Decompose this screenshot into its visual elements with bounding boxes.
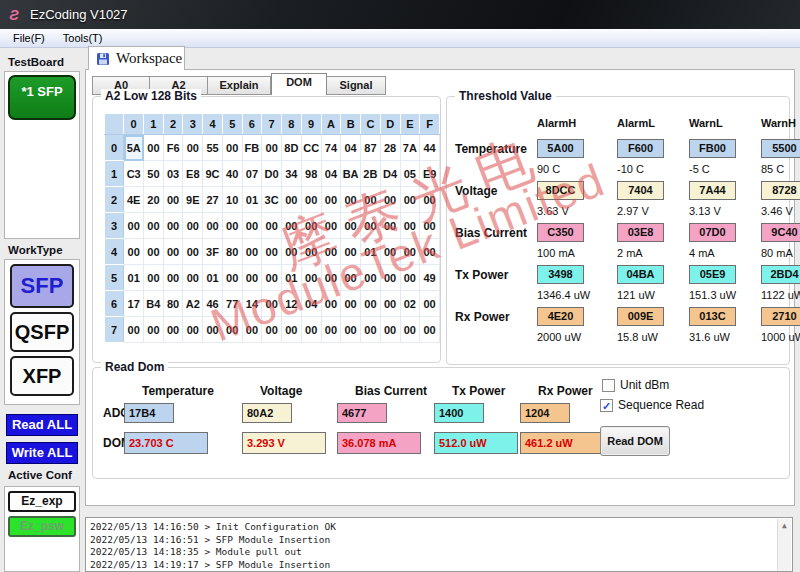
- hex-cell[interactable]: 3F: [203, 239, 223, 265]
- hex-cell[interactable]: BA: [341, 161, 361, 187]
- threshold-hex-field[interactable]: 013C: [689, 307, 736, 326]
- hex-cell[interactable]: B4: [144, 291, 164, 317]
- hex-cell[interactable]: 8D: [282, 135, 302, 161]
- hex-cell[interactable]: 00: [222, 213, 242, 239]
- hex-cell[interactable]: 00: [301, 265, 321, 291]
- hex-cell[interactable]: 40: [222, 161, 242, 187]
- hex-cell[interactable]: 00: [222, 317, 242, 343]
- hex-cell[interactable]: 14: [242, 291, 262, 317]
- hex-cell[interactable]: 02: [400, 291, 420, 317]
- threshold-hex-field[interactable]: 3498: [537, 265, 584, 284]
- hex-cell[interactable]: 00: [420, 187, 440, 213]
- hex-cell[interactable]: 00: [400, 187, 420, 213]
- hex-cell[interactable]: 00: [144, 239, 164, 265]
- hex-cell[interactable]: 00: [361, 317, 381, 343]
- hex-cell[interactable]: 01: [361, 239, 381, 265]
- hex-cell[interactable]: E9: [420, 161, 440, 187]
- hex-cell[interactable]: 00: [222, 135, 242, 161]
- hex-cell[interactable]: 00: [242, 239, 262, 265]
- hex-cell[interactable]: A2: [183, 291, 203, 317]
- threshold-hex-field[interactable]: 2BD4: [761, 265, 800, 284]
- menu-tools[interactable]: Tools(T): [54, 30, 112, 46]
- hex-cell[interactable]: 20: [144, 187, 164, 213]
- hex-cell[interactable]: 00: [341, 265, 361, 291]
- hex-cell[interactable]: 77: [222, 291, 242, 317]
- hex-cell[interactable]: 00: [163, 317, 183, 343]
- hex-cell[interactable]: 00: [262, 317, 282, 343]
- threshold-hex-field[interactable]: 05E9: [689, 265, 736, 284]
- hex-cell[interactable]: 00: [183, 135, 203, 161]
- hex-cell[interactable]: 00: [341, 213, 361, 239]
- hex-cell[interactable]: 00: [262, 213, 282, 239]
- hex-cell[interactable]: 00: [163, 239, 183, 265]
- menu-file[interactable]: File(F): [4, 30, 54, 46]
- hex-cell[interactable]: 4E: [124, 187, 144, 213]
- hex-cell[interactable]: 00: [301, 239, 321, 265]
- hex-cell[interactable]: 01: [124, 265, 144, 291]
- hex-cell[interactable]: 00: [222, 265, 242, 291]
- threshold-hex-field[interactable]: FB00: [689, 139, 736, 158]
- hex-cell[interactable]: 00: [380, 239, 400, 265]
- threshold-hex-field[interactable]: 8728: [761, 181, 800, 200]
- hex-cell[interactable]: 2B: [361, 161, 381, 187]
- threshold-hex-field[interactable]: 07D0: [689, 223, 736, 242]
- hex-cell[interactable]: 00: [163, 187, 183, 213]
- hex-cell[interactable]: 12: [282, 291, 302, 317]
- hex-cell[interactable]: 04: [341, 135, 361, 161]
- hex-cell[interactable]: 10: [222, 187, 242, 213]
- hex-cell[interactable]: 00: [341, 317, 361, 343]
- hex-cell[interactable]: 00: [321, 265, 341, 291]
- tab-signal[interactable]: Signal: [327, 76, 386, 95]
- hex-cell[interactable]: 00: [361, 187, 381, 213]
- hex-cell[interactable]: 00: [282, 317, 302, 343]
- hex-cell[interactable]: 00: [321, 239, 341, 265]
- adc-value-field[interactable]: 80A2: [242, 403, 292, 423]
- hex-cell[interactable]: 00: [242, 213, 262, 239]
- hex-cell[interactable]: FB: [242, 135, 262, 161]
- threshold-hex-field[interactable]: 7404: [617, 181, 664, 200]
- hex-cell[interactable]: 00: [400, 239, 420, 265]
- dom-value-field[interactable]: 36.078 mA: [337, 432, 421, 454]
- hex-cell[interactable]: 00: [420, 213, 440, 239]
- threshold-hex-field[interactable]: 009E: [617, 307, 664, 326]
- hex-cell[interactable]: 00: [321, 291, 341, 317]
- sequence-read-checkbox[interactable]: ✓: [600, 399, 613, 412]
- hex-cell[interactable]: CC: [301, 135, 321, 161]
- hex-cell[interactable]: 00: [282, 239, 302, 265]
- threshold-hex-field[interactable]: 8DCC: [537, 181, 584, 200]
- scroll-up-icon[interactable]: ▲: [778, 519, 791, 533]
- hex-cell[interactable]: D4: [380, 161, 400, 187]
- hex-cell[interactable]: 00: [183, 213, 203, 239]
- hex-cell[interactable]: 00: [361, 265, 381, 291]
- hex-cell[interactable]: 01: [203, 265, 223, 291]
- hex-cell[interactable]: 9C: [203, 161, 223, 187]
- hex-cell[interactable]: 00: [341, 291, 361, 317]
- write-all-button[interactable]: Write ALL: [6, 442, 78, 464]
- hex-cell[interactable]: 00: [124, 239, 144, 265]
- threshold-hex-field[interactable]: 03E8: [617, 223, 664, 242]
- hex-cell[interactable]: 01: [282, 265, 302, 291]
- dom-value-field[interactable]: 3.293 V: [242, 432, 326, 454]
- hex-cell[interactable]: 46: [203, 291, 223, 317]
- hex-cell[interactable]: 00: [301, 213, 321, 239]
- worktype-button-xfp[interactable]: XFP: [10, 356, 74, 396]
- hex-cell[interactable]: 03: [163, 161, 183, 187]
- adc-value-field[interactable]: 1204: [520, 403, 570, 423]
- hex-cell[interactable]: 5A: [124, 135, 144, 161]
- conf-button-ez-exp[interactable]: Ez_exp: [8, 491, 76, 512]
- worktype-button-qsfp[interactable]: QSFP: [10, 312, 74, 352]
- hex-cell[interactable]: 00: [341, 239, 361, 265]
- hex-cell[interactable]: 00: [262, 291, 282, 317]
- hex-cell[interactable]: E8: [183, 161, 203, 187]
- threshold-hex-field[interactable]: 2710: [761, 307, 800, 326]
- hex-cell[interactable]: 00: [420, 291, 440, 317]
- tab-explain[interactable]: Explain: [208, 76, 271, 95]
- hex-cell[interactable]: 00: [361, 213, 381, 239]
- threshold-hex-field[interactable]: 7A44: [689, 181, 736, 200]
- hex-cell[interactable]: 00: [400, 213, 420, 239]
- hex-cell[interactable]: 00: [144, 317, 164, 343]
- hex-cell[interactable]: 27: [203, 187, 223, 213]
- hex-cell[interactable]: 00: [282, 213, 302, 239]
- hex-cell[interactable]: 7A: [400, 135, 420, 161]
- hex-cell[interactable]: 00: [420, 239, 440, 265]
